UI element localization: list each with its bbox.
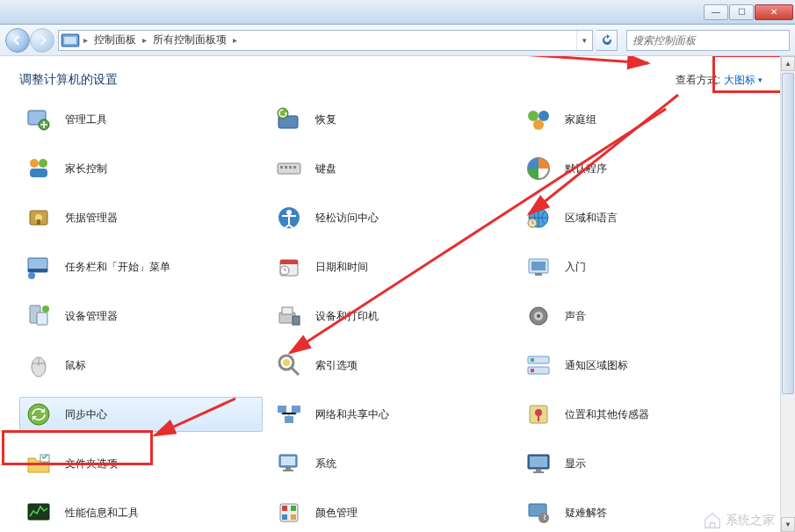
device-manager-icon <box>25 302 53 330</box>
item-label: 系统 <box>315 457 336 471</box>
control-panel-item[interactable]: 系统 <box>270 446 513 481</box>
display-icon <box>524 449 553 478</box>
control-panel-item[interactable]: 键盘 <box>270 151 513 186</box>
control-panel-item[interactable]: 轻松访问中心 <box>270 200 513 235</box>
control-panel-item[interactable]: 区域和语言 <box>519 200 762 235</box>
svg-rect-52 <box>292 406 300 413</box>
control-panel-item[interactable]: 性能信息和工具 <box>19 495 263 530</box>
svg-rect-29 <box>280 260 298 264</box>
control-panel-item[interactable]: 管理工具 <box>19 102 263 137</box>
credential-icon <box>25 204 53 232</box>
svg-rect-38 <box>282 307 293 314</box>
scroll-thumb[interactable] <box>782 73 794 394</box>
item-label: 设备管理器 <box>65 309 118 324</box>
svg-rect-11 <box>30 169 47 177</box>
page-title: 调整计算机的设置 <box>19 72 118 88</box>
control-panel-item[interactable]: 家长控制 <box>19 151 263 186</box>
control-panel-item[interactable]: 任务栏和「开始」菜单 <box>19 249 263 284</box>
item-label: 设备和打印机 <box>315 309 379 324</box>
address-bar[interactable]: ▸ 控制面板 ▸ 所有控制面板项 ▸ ▾ <box>58 30 593 51</box>
control-panel-item[interactable]: 设备管理器 <box>19 298 263 334</box>
svg-rect-16 <box>293 166 296 169</box>
svg-rect-49 <box>531 369 534 372</box>
control-panel-item[interactable]: 文件夹选项 <box>19 446 263 481</box>
control-panel-item[interactable]: 位置和其他传感器 <box>519 397 762 432</box>
close-button[interactable]: ✕ <box>755 4 793 20</box>
control-panel-item[interactable]: 恢复 <box>270 102 513 137</box>
control-panel-item[interactable]: 显示 <box>519 446 762 481</box>
svg-rect-62 <box>530 457 547 467</box>
search-box[interactable] <box>626 30 790 51</box>
svg-rect-20 <box>37 219 40 225</box>
svg-rect-35 <box>37 313 47 325</box>
control-panel-item[interactable]: 家庭组 <box>519 102 762 137</box>
control-panel-item[interactable]: 颜色管理 <box>270 495 513 530</box>
control-panel-item[interactable]: 默认程序 <box>519 151 762 186</box>
control-panel-item[interactable]: 索引选项 <box>270 348 513 383</box>
scroll-down-button[interactable]: ▼ <box>781 517 795 532</box>
window-titlebar: ― ☐ ✕ <box>0 0 795 25</box>
minimize-button[interactable]: ― <box>704 4 728 20</box>
breadcrumb: 控制面板 ▸ 所有控制面板项 ▸ <box>90 31 239 50</box>
svg-rect-14 <box>285 166 287 169</box>
svg-rect-64 <box>533 471 544 473</box>
svg-rect-60 <box>283 470 293 471</box>
scroll-up-button[interactable]: ▲ <box>781 56 795 71</box>
chevron-right-icon: ▸ <box>141 35 148 45</box>
folder-options-icon <box>25 449 53 478</box>
svg-rect-63 <box>536 469 541 471</box>
region-lang-icon <box>524 204 553 232</box>
default-programs-icon <box>524 155 553 183</box>
back-button[interactable] <box>5 28 30 53</box>
svg-rect-26 <box>28 269 47 272</box>
control-panel-item[interactable]: 入门 <box>519 249 762 284</box>
address-dropdown[interactable]: ▾ <box>576 31 592 50</box>
system-icon <box>275 449 303 478</box>
refresh-button[interactable] <box>596 30 618 51</box>
navigation-bar: ▸ 控制面板 ▸ 所有控制面板项 ▸ ▾ <box>0 25 795 56</box>
control-panel-item[interactable]: 凭据管理器 <box>19 200 263 235</box>
search-input[interactable] <box>627 34 789 47</box>
svg-point-27 <box>28 272 35 279</box>
item-label: 键盘 <box>315 162 336 176</box>
item-label: 任务栏和「开始」菜单 <box>65 260 170 275</box>
sync-center-icon <box>25 400 53 428</box>
svg-rect-65 <box>28 504 49 520</box>
control-panel-item[interactable]: 声音 <box>519 298 762 334</box>
control-panel-item[interactable]: 同步中心 <box>19 397 263 432</box>
maximize-button[interactable]: ☐ <box>729 4 754 20</box>
control-panel-item[interactable]: 日期和时间 <box>270 249 513 284</box>
forward-button[interactable] <box>30 28 54 53</box>
close-icon: ✕ <box>770 7 777 17</box>
control-panel-item[interactable]: 通知区域图标 <box>519 348 762 383</box>
item-label: 同步中心 <box>65 407 107 422</box>
view-mode-dropdown[interactable]: 大图标 ▾ <box>724 73 762 88</box>
svg-rect-48 <box>531 358 534 362</box>
crumb-all-items[interactable]: 所有控制面板项 <box>148 31 231 50</box>
chevron-right-icon: ▸ <box>231 35 239 45</box>
notification-icon <box>524 351 553 379</box>
scrollbar[interactable]: ▲ ▼ <box>780 56 795 532</box>
chevron-down-icon: ▾ <box>758 75 762 84</box>
item-label: 文件夹选项 <box>65 457 118 471</box>
svg-rect-15 <box>289 166 292 169</box>
item-label: 鼠标 <box>65 358 86 373</box>
control-panel-item[interactable]: 鼠标 <box>19 348 263 383</box>
item-label: 家长控制 <box>65 162 107 176</box>
performance-icon <box>25 499 53 527</box>
svg-rect-32 <box>531 262 546 270</box>
crumb-control-panel[interactable]: 控制面板 <box>90 31 141 50</box>
control-panel-item[interactable]: 设备和打印机 <box>270 298 513 334</box>
item-label: 区域和语言 <box>565 211 618 226</box>
troubleshoot-icon <box>524 499 553 527</box>
taskbar-icon <box>25 253 53 281</box>
item-label: 日期和时间 <box>315 260 368 275</box>
sound-icon <box>524 302 553 330</box>
control-panel-item[interactable]: 网络和共享中心 <box>270 397 513 432</box>
svg-rect-70 <box>291 514 296 520</box>
item-label: 颜色管理 <box>315 506 358 521</box>
svg-point-8 <box>533 119 544 130</box>
svg-point-6 <box>528 111 538 121</box>
svg-rect-1 <box>64 36 76 43</box>
svg-point-9 <box>30 159 39 168</box>
